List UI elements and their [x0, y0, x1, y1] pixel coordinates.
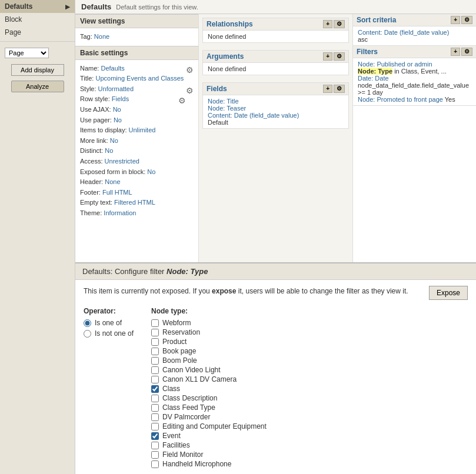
sort-item-0: Content: Date (field_date value) [358, 29, 471, 36]
checkbox-canon-xl1-dv-camera-label: Canon XL1 DV Camera [162, 375, 237, 383]
checkbox-event-input[interactable] [151, 432, 159, 440]
pager-link[interactable]: No [114, 116, 122, 123]
name-link[interactable]: Defaults [101, 65, 124, 72]
fields-settings-btn[interactable]: ⚙ [334, 85, 345, 93]
relationships-body: None defined [203, 31, 348, 42]
arguments-panel-header: Arguments + ⚙ [203, 51, 348, 63]
checkbox-product: Product [151, 338, 267, 346]
sidebar-item-block[interactable]: Block [0, 13, 75, 26]
checkbox-class-feed-type-input[interactable] [151, 404, 159, 412]
relationships-plus-btn[interactable]: + [323, 20, 332, 28]
checkbox-canon-video-light-input[interactable] [151, 366, 159, 374]
checkbox-facilities-input[interactable] [151, 442, 159, 449]
checkbox-field-monitor: Field Monitor [151, 450, 267, 459]
ajax-link[interactable]: No [113, 106, 121, 113]
sort-criteria-title[interactable]: Sort criteria [357, 16, 396, 24]
gear-icon-style[interactable]: ⚙ [186, 84, 194, 97]
basic-morelink-row: More link: No [80, 136, 194, 146]
sidebar-header[interactable]: Defaults ▶ [0, 0, 75, 13]
basic-theme-row: Theme: Information [80, 208, 194, 219]
relationships-title[interactable]: Relationships [207, 20, 253, 28]
radio-is-not-one-of-label: Is not one of [95, 329, 134, 338]
basic-header-row: Header: None [80, 177, 194, 188]
checkbox-boom-pole-label: Boom Pole [162, 356, 197, 365]
checkbox-class-description: Class Description [151, 394, 267, 402]
checkbox-canon-xl1-dv-camera-input[interactable] [151, 376, 159, 383]
checkbox-list: Webform Reservation Product [151, 319, 267, 468]
sort-plus-btn[interactable]: + [451, 16, 460, 24]
radio-is-one-of-input[interactable] [84, 319, 91, 327]
configure-node-type: Node: Type [167, 267, 208, 276]
node-type-label: Node type: [151, 307, 267, 315]
tag-label: Tag: [80, 33, 92, 40]
morelink-link[interactable]: No [110, 137, 118, 144]
analyze-button[interactable]: Analyze [11, 81, 64, 92]
filters-plus-btn[interactable]: + [451, 48, 460, 56]
checkbox-editing-computer-equipment: Editing and Computer Equipment [151, 422, 267, 430]
basic-access-row: Access: Unrestricted [80, 156, 194, 167]
access-link[interactable]: Unrestricted [105, 158, 139, 165]
middle-column: Relationships + ⚙ None defined Arguments… [199, 14, 352, 262]
checkbox-handheld-microphone-label: Handheld Microphone [162, 460, 231, 468]
checkbox-class-input[interactable] [151, 385, 159, 393]
arguments-title[interactable]: Arguments [207, 52, 244, 61]
tag-value-link[interactable]: None [94, 33, 109, 40]
sidebar-select-row: Page Block Attachment [0, 44, 75, 62]
checkbox-handheld-microphone: Handheld Microphone [151, 460, 267, 468]
checkbox-class-label: Class [162, 385, 180, 393]
checkbox-canon-video-light: Canon Video Light [151, 366, 267, 374]
basic-exposedinblock-row: Exposed form in block: No [80, 167, 194, 178]
checkbox-reservation-input[interactable] [151, 329, 159, 336]
footer-link[interactable]: Full HTML [102, 189, 132, 196]
display-type-select[interactable]: Page Block Attachment [5, 48, 49, 58]
checkbox-class-feed-type: Class Feed Type [151, 403, 267, 412]
gear-icon-rowstyle[interactable]: ⚙ [178, 94, 186, 107]
rowstyle-link[interactable]: Fields [112, 95, 129, 102]
style-link[interactable]: Unformatted [98, 85, 134, 92]
add-display-button[interactable]: Add display [11, 64, 64, 76]
relationships-settings-btn[interactable]: ⚙ [334, 20, 345, 28]
basic-name-row: Name: Defaults ⚙ [80, 64, 194, 74]
fields-plus-btn[interactable]: + [323, 85, 332, 93]
expose-button[interactable]: Expose [429, 286, 468, 300]
sidebar-item-page[interactable]: Page [0, 26, 75, 39]
items-link[interactable]: Unlimited [129, 126, 156, 133]
checkbox-dv-palmcorder-input[interactable] [151, 413, 159, 421]
exposedinblock-link[interactable]: No [147, 168, 155, 175]
operator-col: Operator: Is one of Is not one of [84, 307, 134, 468]
checkbox-handheld-microphone-input[interactable] [151, 460, 159, 468]
filter-item-0: Node: Published or admin [358, 61, 471, 68]
checkbox-class-description-input[interactable] [151, 395, 159, 402]
sort-settings-btn[interactable]: ⚙ [461, 16, 472, 24]
theme-link[interactable]: Information [104, 209, 136, 216]
fields-title[interactable]: Fields [207, 85, 227, 93]
checkbox-field-monitor-input[interactable] [151, 451, 159, 459]
arguments-plus-btn[interactable]: + [323, 52, 332, 61]
view-settings-header: View settings [75, 14, 198, 28]
gear-icon-name[interactable]: ⚙ [186, 64, 194, 76]
arguments-settings-btn[interactable]: ⚙ [334, 52, 345, 61]
checkbox-editing-computer-equipment-input[interactable] [151, 423, 159, 430]
radio-is-not-one-of-input[interactable] [84, 330, 91, 338]
filters-title[interactable]: Filters [357, 48, 378, 56]
operator-label: Operator: [84, 307, 134, 315]
checkbox-webform-input[interactable] [151, 319, 159, 327]
radio-is-one-of: Is one of [84, 319, 134, 327]
field-item-3: Default [208, 119, 344, 126]
checkbox-boom-pole-input[interactable] [151, 357, 159, 365]
relationships-icons: + ⚙ [323, 20, 345, 28]
basic-style-row: Style: Unformatted ⚙ [80, 84, 194, 95]
checkbox-dv-palmcorder-label: DV Palmcorder [162, 413, 210, 421]
header-link[interactable]: None [105, 178, 120, 185]
main-content: Defaults Default settings for this view.… [75, 0, 476, 474]
arguments-panel: Arguments + ⚙ None defined [202, 50, 349, 75]
filters-settings-btn[interactable]: ⚙ [461, 48, 472, 56]
title-link[interactable]: Upcoming Events and Classes [96, 75, 184, 82]
checkbox-product-input[interactable] [151, 338, 159, 346]
distinct-link[interactable]: No [105, 147, 113, 154]
basic-title-row: Title: Upcoming Events and Classes [80, 74, 194, 84]
basic-footer-row: Footer: Full HTML [80, 188, 194, 198]
emptytext-link[interactable]: Filtered HTML [114, 199, 155, 206]
fields-icons: + ⚙ [323, 85, 345, 93]
checkbox-book-page-input[interactable] [151, 348, 159, 355]
